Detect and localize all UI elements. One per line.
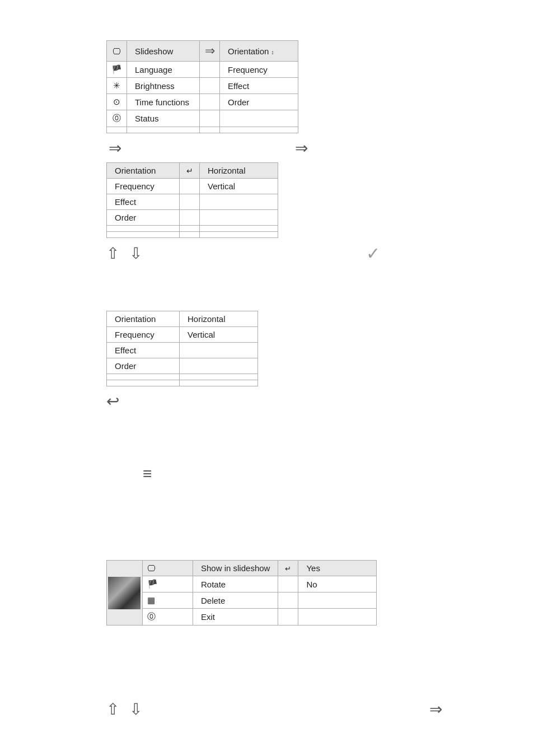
image-thumbnail: [108, 577, 140, 609]
row-arrow: [200, 62, 220, 78]
row-icon: 🖵: [107, 41, 127, 62]
bottom-up-icon[interactable]: ⇧: [106, 700, 119, 718]
table-row[interactable]: ⓪ Exit: [107, 609, 377, 626]
table-row[interactable]: ⓪ Status: [107, 110, 298, 127]
row-icon: ⓪: [107, 110, 127, 127]
row-label[interactable]: Rotate: [193, 576, 278, 592]
row-arrow: [278, 592, 298, 609]
table-row[interactable]: Frequency Vertical: [107, 179, 278, 194]
row-value: [180, 358, 258, 374]
row-arrow: [200, 78, 220, 94]
row-label: Orientation: [107, 311, 180, 327]
menu-icon-cell: ▦: [143, 592, 193, 609]
table-row[interactable]: 🏴 Rotate No: [107, 576, 377, 592]
row-arrow: [200, 127, 220, 133]
section1-container: 🖵 Slideshow ⇒ Orientation ↕ 🏴 Language F…: [106, 40, 310, 157]
row-label: Orientation: [107, 163, 180, 179]
nav-bar-1: ⇒ ⇒: [106, 139, 310, 157]
row-label[interactable]: Delete: [193, 592, 278, 609]
nav-bar-2: ⇧ ⇩ ✓: [106, 244, 380, 263]
row-arrow: ⇒: [200, 41, 220, 62]
row-value: [200, 194, 278, 210]
up-down-arrows: ⇧ ⇩: [106, 244, 142, 263]
table-row[interactable]: Frequency Vertical: [107, 327, 258, 343]
table-row[interactable]: ⊙ Time functions Order: [107, 94, 298, 110]
row-arrow: [180, 194, 200, 210]
row-value: Orientation ↕: [220, 41, 298, 62]
thumbnail-image: [108, 577, 140, 609]
row-value: Vertical: [200, 179, 278, 194]
row-label: Effect: [107, 194, 180, 210]
section3-container: Orientation Horizontal Frequency Vertica…: [106, 311, 258, 410]
section2-container: Orientation ↵ Horizontal Frequency Verti…: [106, 162, 380, 263]
table-row: [107, 127, 298, 133]
row-label: Status: [127, 110, 200, 127]
table-row[interactable]: Effect: [107, 194, 278, 210]
row-value: [298, 592, 377, 609]
row-value: Vertical: [180, 327, 258, 343]
table-row[interactable]: 🖵 Show in slideshow ↵ Yes: [107, 561, 377, 576]
bottom-right-icon[interactable]: ⇒: [429, 700, 442, 718]
row-value: [200, 232, 278, 238]
row-arrow: [180, 210, 200, 226]
table-row[interactable]: 🖵 Slideshow ⇒ Orientation ↕: [107, 41, 298, 62]
row-value: [220, 127, 298, 133]
row-label: Effect: [107, 343, 180, 358]
table-row[interactable]: Orientation Horizontal: [107, 311, 258, 327]
row-label: Language: [127, 62, 200, 78]
row-value: No: [298, 576, 377, 592]
row-arrow: [180, 226, 200, 232]
table-row[interactable]: Effect: [107, 343, 258, 358]
bottom-down-icon[interactable]: ⇩: [129, 700, 142, 718]
table-row[interactable]: Order: [107, 210, 278, 226]
main-menu-table: 🖵 Slideshow ⇒ Orientation ↕ 🏴 Language F…: [106, 40, 298, 133]
row-arrow: [200, 94, 220, 110]
row-arrow: [278, 576, 298, 592]
check-icon[interactable]: ✓: [366, 244, 380, 263]
row-value: Order: [220, 94, 298, 110]
bottom-up-down: ⇧ ⇩: [106, 700, 142, 718]
down-arrow-icon[interactable]: ⇩: [129, 244, 142, 263]
row-label: Order: [107, 210, 180, 226]
left-arrow-icon[interactable]: ⇒: [109, 139, 121, 157]
row-value: [200, 226, 278, 232]
menu-icon[interactable]: ≡: [143, 465, 152, 482]
table-row[interactable]: 🏴 Language Frequency: [107, 62, 298, 78]
menu-icon-cell: 🏴: [143, 576, 193, 592]
up-arrow-icon[interactable]: ⇧: [106, 244, 119, 263]
table-row[interactable]: ✳ Brightness Effect: [107, 78, 298, 94]
table-row[interactable]: Order: [107, 358, 258, 374]
row-label: Frequency: [107, 179, 180, 194]
right-arrow-icon[interactable]: ⇒: [295, 139, 308, 157]
row-label[interactable]: Exit: [193, 609, 278, 626]
table-row: [107, 380, 258, 386]
row-label: Time functions: [127, 94, 200, 110]
row-label: Slideshow: [127, 41, 200, 62]
row-icon: ⊙: [107, 94, 127, 110]
back-arrow-icon[interactable]: ↩: [106, 393, 119, 410]
row-label: [127, 127, 200, 133]
row-label[interactable]: Show in slideshow: [193, 561, 278, 576]
row-arrow: ↵: [278, 561, 298, 576]
table-row: [107, 226, 278, 232]
row-value: [180, 380, 258, 386]
table-row[interactable]: Orientation ↵ Horizontal: [107, 163, 278, 179]
row-value: Horizontal: [200, 163, 278, 179]
row-icon: ✳: [107, 78, 127, 94]
row-icon: 🏴: [107, 62, 127, 78]
row-value: [180, 374, 258, 380]
row-value: [200, 210, 278, 226]
row-value: Yes: [298, 561, 377, 576]
row-value: Frequency: [220, 62, 298, 78]
row-label: [107, 232, 180, 238]
row-arrow: [180, 232, 200, 238]
slideshow-confirmed-table: Orientation Horizontal Frequency Vertica…: [106, 311, 258, 386]
row-value: Effect: [220, 78, 298, 94]
row-label: Brightness: [127, 78, 200, 94]
context-menu-table: 🖵 Show in slideshow ↵ Yes 🏴 Rotate No ▦ …: [106, 560, 377, 626]
thumbnail-cell: [107, 561, 143, 626]
section6-container: ⇧ ⇩ ⇒: [106, 700, 442, 718]
table-row[interactable]: ▦ Delete: [107, 592, 377, 609]
bottom-nav-bar: ⇧ ⇩ ⇒: [106, 700, 442, 718]
row-value: Horizontal: [180, 311, 258, 327]
